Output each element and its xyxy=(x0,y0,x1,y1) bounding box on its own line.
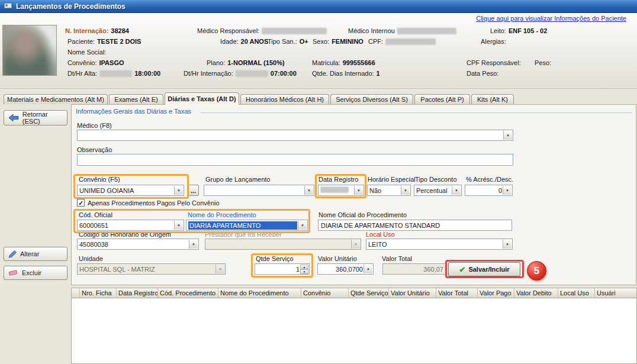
field-medico-responsavel: Médico Responsável: xyxy=(197,27,327,34)
patient-photo xyxy=(2,25,57,76)
chevron-down-icon[interactable] xyxy=(189,240,198,249)
horario-especial-label: Horário Especial xyxy=(368,176,416,183)
grid-col-qtde-servico[interactable]: Qtde Serviço xyxy=(349,288,389,298)
grid-col-convenio[interactable]: Convênio xyxy=(301,288,349,298)
alterar-button[interactable]: Alterar xyxy=(4,247,67,261)
chevron-down-icon[interactable] xyxy=(503,131,512,140)
grid-col-indicator[interactable] xyxy=(72,288,80,298)
back-arrow-icon xyxy=(8,114,19,122)
redacted-value xyxy=(320,186,349,193)
eraser-icon xyxy=(8,269,18,276)
field-dthr-internacao: Dt/Hr Internação: 07:00:00 xyxy=(184,70,297,77)
chevron-down-icon xyxy=(215,265,224,273)
chevron-down-icon xyxy=(351,240,360,249)
field-leito: Leito: ENF 105 - 02 xyxy=(490,27,547,34)
chevron-down-icon[interactable] xyxy=(298,221,307,230)
unidade-label: Unidade xyxy=(79,255,103,262)
check-icon xyxy=(78,199,83,207)
apenas-procedimentos-label: Apenas Procedimentos Pagos Pelo Convênio xyxy=(88,199,220,207)
pencil-icon xyxy=(8,250,17,258)
valor-unitario-combo[interactable]: 360,0700 xyxy=(317,263,374,275)
convenio-browse-button[interactable]: ... xyxy=(188,185,199,196)
qtde-servico-stepper[interactable]: 1 xyxy=(255,263,310,275)
chevron-down-icon[interactable] xyxy=(354,186,363,195)
results-grid-header: Nro. Ficha Data Registro Cód. Procedimen… xyxy=(71,288,637,298)
grupo-lancamento-label: Grupo de Lançamento xyxy=(205,176,270,183)
results-grid-body[interactable] xyxy=(71,298,637,364)
grid-col-valor-total[interactable]: Valor Total xyxy=(436,288,478,298)
field-medico-internou: Médico Internou xyxy=(348,27,456,34)
chevron-down-icon[interactable] xyxy=(503,186,511,195)
redacted-value xyxy=(262,28,327,34)
chevron-down-icon[interactable] xyxy=(363,265,372,273)
app-window: Lançamentos de Procedimentos Clique aqui… xyxy=(0,0,637,364)
field-matricula: Matricula: 999555666 xyxy=(312,59,375,66)
field-n-internacao: N. Internação: 38284 xyxy=(65,27,129,34)
qtde-servico-label: Qtde Serviço xyxy=(256,255,294,262)
redacted-value xyxy=(236,70,268,77)
acresc-desc-combo[interactable]: 0 xyxy=(465,185,513,196)
grid-col-valor-pago[interactable]: Valor Pago xyxy=(478,288,514,298)
cod-oficial-combo[interactable]: 60000651 xyxy=(77,220,184,231)
nome-procedimento-label: Nome do Procedimento xyxy=(188,211,256,218)
tab-diarias-taxas[interactable]: Diárias e Taxas (Alt D) xyxy=(165,92,239,105)
apenas-procedimentos-checkbox[interactable] xyxy=(77,199,85,207)
title-bar: Lançamentos de Procedimentos xyxy=(0,0,637,13)
data-registro-combo[interactable] xyxy=(318,185,364,196)
acresc-desc-label: % Acrésc./Desc. xyxy=(466,176,513,183)
redacted-value xyxy=(385,38,436,45)
convenio-f5-label: Convênio (F5) xyxy=(79,176,120,183)
local-uso-label: Local Uso xyxy=(366,231,395,238)
tab-materiais-medicamentos[interactable]: Materiais e Medicamentos (Alt M) xyxy=(4,94,108,104)
valor-total-field: 360,07 xyxy=(382,263,446,275)
grid-col-valor-debito[interactable]: Valor Debito xyxy=(514,288,558,298)
valor-unitario-label: Valor Unitário xyxy=(318,255,357,262)
convenio-combo[interactable]: UNIMED GOIANIA xyxy=(77,185,184,196)
observacao-label: Observação xyxy=(77,146,112,153)
field-dthr-alta: Dt/Hr Alta: 18:00:00 xyxy=(67,70,160,77)
nome-oficial-label: Nome Oficial do Procedimento xyxy=(318,211,407,218)
nome-oficial-input[interactable]: DIARIA DE APARTAMENTO STANDARD xyxy=(318,220,512,231)
grupo-lancamento-combo[interactable] xyxy=(204,185,314,196)
app-icon xyxy=(4,2,12,11)
chevron-down-icon[interactable] xyxy=(174,221,183,230)
field-tipo-san: Tipo San.: O+ xyxy=(268,38,308,45)
field-alergias: Alergias: xyxy=(481,38,506,45)
grid-col-valor-unitario[interactable]: Valor Unitário xyxy=(389,288,436,298)
check-icon xyxy=(459,265,466,274)
grid-col-usuario[interactable]: Usuári xyxy=(595,288,636,298)
chevron-down-icon[interactable] xyxy=(174,186,183,195)
salvar-incluir-button[interactable]: Salvar/Incluir xyxy=(448,262,520,276)
tipo-desconto-combo[interactable]: Percentual xyxy=(414,185,462,196)
nome-procedimento-combo[interactable]: DIARIA APARTAMENTO xyxy=(186,220,308,231)
grid-col-nro-ficha[interactable]: Nro. Ficha xyxy=(80,288,117,298)
cod-honorario-combo[interactable]: 45080038 xyxy=(77,239,199,250)
field-idade: Idade: 20 ANOS xyxy=(220,38,268,45)
field-data-peso: Data Peso: xyxy=(467,70,498,77)
spinner-arrows-icon[interactable] xyxy=(300,265,308,273)
patient-info-link[interactable]: Clique aqui para visualizar Informações … xyxy=(476,15,626,22)
tab-kits[interactable]: Kits (Alt K) xyxy=(471,94,514,104)
data-registro-label: Data Registro xyxy=(318,176,358,183)
horario-especial-combo[interactable]: Não xyxy=(367,185,411,196)
grid-col-nome-procedimento[interactable]: Nome do Procedimento xyxy=(218,288,301,298)
excluir-button[interactable]: Excluir xyxy=(4,266,67,280)
field-nome-social: Nome Social: xyxy=(67,49,106,56)
local-uso-combo[interactable]: LEITO xyxy=(366,239,513,250)
chevron-down-icon[interactable] xyxy=(304,186,313,195)
field-cpf: CPF: xyxy=(368,38,436,45)
tab-servicos-diversos[interactable]: Serviços Diversos (Alt S) xyxy=(330,94,413,104)
retornar-button[interactable]: Retornar (ESC) xyxy=(4,110,67,125)
step-badge: 5 xyxy=(527,261,546,281)
tab-exames[interactable]: Exames (Alt E) xyxy=(109,94,163,104)
grid-col-local-uso[interactable]: Local Uso xyxy=(558,288,595,298)
tab-pacotes[interactable]: Pacotes (Alt P) xyxy=(414,94,470,104)
chevron-down-icon[interactable] xyxy=(401,186,410,195)
medico-combo[interactable] xyxy=(77,130,513,141)
chevron-down-icon[interactable] xyxy=(452,186,461,195)
grid-col-data-registro[interactable]: Data Registro xyxy=(117,288,158,298)
chevron-down-icon[interactable] xyxy=(503,240,511,249)
tab-honorarios-medicos[interactable]: Honorários Médicos (Alt H) xyxy=(240,94,329,104)
observacao-input[interactable] xyxy=(77,154,513,166)
grid-col-cod-procedimento[interactable]: Cód. Procedimento xyxy=(158,288,218,298)
